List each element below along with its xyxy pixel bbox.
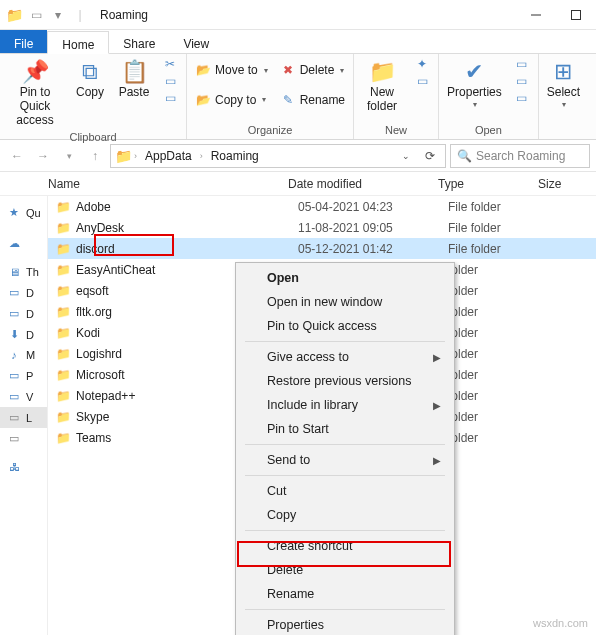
crumb-appdata[interactable]: AppData xyxy=(139,145,198,167)
menu-item-delete[interactable]: Delete xyxy=(239,558,451,582)
paste-shortcut-icon: ▭ xyxy=(162,91,178,105)
menu-item-create-shortcut[interactable]: Create shortcut xyxy=(239,534,451,558)
menu-item-properties[interactable]: Properties xyxy=(239,613,451,635)
menu-item-open-in-new-window[interactable]: Open in new window xyxy=(239,290,451,314)
delete-button[interactable]: ✖Delete▾ xyxy=(276,62,349,78)
svg-rect-1 xyxy=(572,10,581,19)
minimize-button[interactable] xyxy=(516,0,556,30)
open-icon: ▭ xyxy=(514,57,530,71)
new-item-button[interactable]: ✦ xyxy=(410,56,434,72)
crumb-roaming[interactable]: Roaming xyxy=(205,145,265,167)
search-input[interactable]: 🔍 Search Roaming xyxy=(450,144,590,168)
refresh-button[interactable]: ⟳ xyxy=(419,145,441,167)
sidebar-item[interactable]: ♪M xyxy=(0,345,47,365)
tab-home[interactable]: Home xyxy=(47,31,109,54)
menu-item-copy[interactable]: Copy xyxy=(239,503,451,527)
menu-item-give-access-to[interactable]: Give access to▶ xyxy=(239,345,451,369)
paste-shortcut-button[interactable]: ▭ xyxy=(158,90,182,106)
sidebar-item[interactable]: ▭D xyxy=(0,282,47,303)
sidebar-onedrive[interactable]: ☁ xyxy=(0,233,47,254)
col-size[interactable]: Size xyxy=(538,177,596,191)
table-row[interactable]: 📁AnyDesk11-08-2021 09:05File folder xyxy=(48,217,596,238)
sidebar-this-pc[interactable]: 🖥Th xyxy=(0,262,47,282)
table-row[interactable]: 📁discord05-12-2021 01:42File folder xyxy=(48,238,596,259)
history-button[interactable]: ▭ xyxy=(510,90,534,106)
file-type: File folder xyxy=(448,221,548,235)
menu-item-restore-previous-versions[interactable]: Restore previous versions xyxy=(239,369,451,393)
forward-button[interactable]: → xyxy=(32,145,54,167)
sidebar-network[interactable]: 🖧 xyxy=(0,457,47,477)
cloud-icon: ☁ xyxy=(6,237,22,250)
menu-item-pin-to-quick-access[interactable]: Pin to Quick access xyxy=(239,314,451,338)
edit-button[interactable]: ▭ xyxy=(510,73,534,89)
copy-to-button[interactable]: 📂Copy to▾ xyxy=(191,92,272,108)
address-dropdown[interactable]: ⌄ xyxy=(395,145,417,167)
sidebar-item[interactable]: ▭D xyxy=(0,303,47,324)
group-new-label: New xyxy=(358,122,434,137)
cut-button[interactable]: ✂ xyxy=(158,56,182,72)
easy-access-icon: ▭ xyxy=(414,74,430,88)
table-row[interactable]: 📁Adobe05-04-2021 04:23File folder xyxy=(48,196,596,217)
menu-item-send-to[interactable]: Send to▶ xyxy=(239,448,451,472)
ribbon: 📌 Pin to Quick access ⧉ Copy 📋 Paste ✂ ▭… xyxy=(0,54,596,140)
group-organize: 📂Move to▾ 📂Copy to▾ ✖Delete▾ ✎Rename Org… xyxy=(187,54,354,139)
maximize-button[interactable] xyxy=(556,0,596,30)
move-to-icon: 📂 xyxy=(195,63,211,77)
tab-view[interactable]: View xyxy=(169,30,223,53)
open-button[interactable]: ▭ xyxy=(510,56,534,72)
desktop-icon: ▭ xyxy=(6,286,22,299)
folder-icon: 📁 xyxy=(54,284,72,298)
file-type: folder xyxy=(448,263,548,277)
breadcrumb[interactable]: 📁 › AppData › Roaming ⌄ ⟳ xyxy=(110,144,446,168)
sidebar-item[interactable]: ▭P xyxy=(0,365,47,386)
downloads-icon: ⬇ xyxy=(6,328,22,341)
menu-item-include-in-library[interactable]: Include in library▶ xyxy=(239,393,451,417)
sidebar-item[interactable]: ⬇D xyxy=(0,324,47,345)
col-date[interactable]: Date modified xyxy=(288,177,438,191)
rename-button[interactable]: ✎Rename xyxy=(276,92,349,108)
col-name[interactable]: Name xyxy=(48,177,288,191)
group-clipboard-label: Clipboard xyxy=(4,129,182,144)
file-type: folder xyxy=(448,305,548,319)
folder-icon: 📁 xyxy=(54,347,72,361)
pin-to-quick-access-button[interactable]: 📌 Pin to Quick access xyxy=(4,56,66,129)
properties-button[interactable]: ✔ Properties ▾ xyxy=(443,56,506,111)
back-button[interactable]: ← xyxy=(6,145,28,167)
paste-button[interactable]: 📋 Paste xyxy=(114,56,154,102)
folder-icon: 📁 xyxy=(54,221,72,235)
folder-icon: 📁 xyxy=(54,389,72,403)
sidebar-quick-access[interactable]: ★Qu xyxy=(0,202,47,223)
address-bar: ← → ▾ ↑ 📁 › AppData › Roaming ⌄ ⟳ 🔍 Sear… xyxy=(0,140,596,172)
select-button[interactable]: ⊞ Select ▾ xyxy=(543,56,584,111)
menu-item-pin-to-start[interactable]: Pin to Start xyxy=(239,417,451,441)
menu-label: Restore previous versions xyxy=(267,374,412,388)
tab-share[interactable]: Share xyxy=(109,30,169,53)
copy-to-icon: 📂 xyxy=(195,93,211,107)
menu-label: Include in library xyxy=(267,398,358,412)
qat-item[interactable]: ▭ xyxy=(28,7,44,23)
sidebar-item[interactable]: ▭ xyxy=(0,428,47,449)
file-type: File folder xyxy=(448,242,548,256)
folder-icon: 📁 xyxy=(6,7,22,23)
up-button[interactable]: ↑ xyxy=(84,145,106,167)
sidebar-item[interactable]: ▭L xyxy=(0,407,47,428)
copy-button[interactable]: ⧉ Copy xyxy=(70,56,110,102)
move-to-button[interactable]: 📂Move to▾ xyxy=(191,62,272,78)
new-folder-button[interactable]: 📁 New folder xyxy=(358,56,406,116)
easy-access-button[interactable]: ▭ xyxy=(410,73,434,89)
menu-item-rename[interactable]: Rename xyxy=(239,582,451,606)
sidebar-item[interactable]: ▭V xyxy=(0,386,47,407)
menu-item-open[interactable]: Open xyxy=(239,266,451,290)
menu-label: Open xyxy=(267,271,299,285)
col-type[interactable]: Type xyxy=(438,177,538,191)
folder-icon: 📁 xyxy=(54,431,72,445)
folder-icon: 📁 xyxy=(54,368,72,382)
qat-dropdown[interactable]: ▾ xyxy=(50,7,66,23)
tab-file[interactable]: File xyxy=(0,30,47,53)
copy-path-button[interactable]: ▭ xyxy=(158,73,182,89)
column-headers: Name Date modified Type Size xyxy=(0,172,596,196)
chevron-right-icon: ▶ xyxy=(433,352,441,363)
recent-button[interactable]: ▾ xyxy=(58,145,80,167)
pc-icon: 🖥 xyxy=(6,266,22,278)
menu-item-cut[interactable]: Cut xyxy=(239,479,451,503)
